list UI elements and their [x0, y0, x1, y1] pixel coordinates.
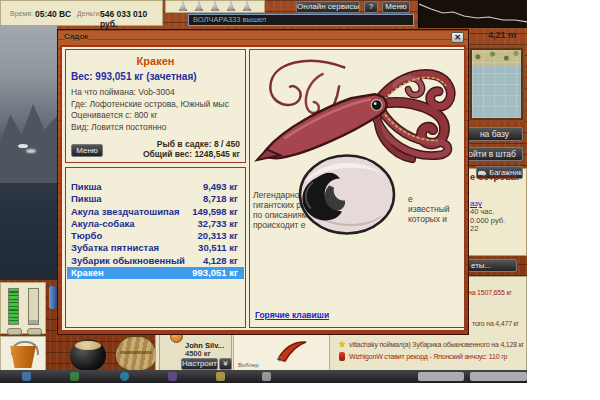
bucket-icon[interactable]	[9, 346, 37, 368]
bell-icon[interactable]	[194, 1, 204, 12]
fish-weight: 30,511 кг	[198, 242, 238, 254]
main-menu-button[interactable]: Меню	[382, 1, 410, 13]
fish-weight: 9,493 кг	[203, 181, 238, 193]
fish-weight: 20,313 кг	[198, 230, 238, 242]
fish-row[interactable]: Акула звездчатошипая 149,598 кг	[67, 206, 244, 218]
taskbar-icon	[22, 372, 31, 381]
lure-label: Воблер	[238, 362, 259, 368]
money-label: Деньги:	[77, 10, 102, 17]
money-value: 546 033 010 руб.	[100, 9, 162, 29]
depth-graph	[418, 0, 527, 28]
fish-name: Тюрбо	[71, 230, 102, 242]
info-fragment: 22	[470, 225, 505, 234]
fish-name: Зубарик обыкновенный	[71, 255, 185, 267]
snow-patch	[18, 144, 28, 148]
depth-value: 4,21 m	[488, 30, 516, 40]
fish-info-panel: Кракен Вес: 993,051 кг (зачетная) На что…	[65, 49, 246, 163]
fish-name: Зубатка пятнистая	[71, 242, 159, 254]
lure-image	[274, 338, 316, 362]
taskbar-icon	[120, 372, 129, 381]
detail-line: Где: Лофотенские острова, Южный мыс	[71, 99, 229, 111]
player-weight: 4500 кг	[185, 349, 211, 358]
keepnet-summary: Рыб в садке: 8 / 450 Общий вес: 1248,545…	[143, 140, 240, 159]
fish-row[interactable]: Зубарик обыкновенный 4,128 кг	[67, 255, 244, 267]
fish-name: Пикша	[71, 181, 102, 193]
detail-line: На что поймана: Vob-3004	[71, 87, 229, 99]
bell-icon[interactable]	[210, 1, 220, 12]
mountains	[0, 97, 57, 183]
taskbar-button	[470, 372, 527, 381]
fish-weight-line: Вес: 993,051 кг (зачетная)	[71, 71, 197, 82]
fish-weight: 8,718 кг	[203, 193, 238, 205]
bell-icon[interactable]	[226, 1, 236, 12]
return-to-base-button[interactable]: на базу	[466, 127, 523, 141]
bell-icon[interactable]	[178, 1, 188, 12]
sleeping-bag-item[interactable]	[115, 336, 157, 371]
food-pot-item[interactable]	[70, 339, 106, 371]
fish-row-selected[interactable]: Кракен 993,051 кг	[67, 267, 244, 279]
bucket-panel	[0, 336, 46, 372]
fish-list-panel: Пикша 9,493 кг Пикша 8,718 кг Акула звез…	[65, 167, 246, 328]
fish-title: Кракен	[66, 55, 245, 67]
mini-map[interactable]	[470, 48, 523, 120]
fish-row[interactable]: Пикша 8,718 кг	[67, 193, 244, 205]
fish-name: Пикша	[71, 193, 102, 205]
fish-row[interactable]: Тюрбо 20,313 кг	[67, 230, 244, 242]
stamina-bars-panel	[0, 282, 46, 334]
player-panel: John Silv... 4500 кг Настроить ¥	[159, 334, 232, 371]
bell-toggle-button[interactable]: ¥	[219, 358, 232, 370]
taskbar-icon	[216, 372, 225, 381]
thermos-item[interactable]	[49, 286, 57, 309]
time-money-panel: Время: 05:40 ВС Деньги: 546 033 010 руб.	[0, 0, 163, 26]
configure-button[interactable]: Настроить	[181, 358, 218, 370]
taskbar-button	[418, 372, 464, 381]
lure-panel: Воблер	[233, 334, 330, 371]
beak-image	[289, 152, 399, 238]
bell-icon[interactable]	[242, 1, 252, 12]
fish-name: Акула-собака	[71, 218, 135, 230]
fish-row[interactable]: Зубатка пятнистая 30,511 кг	[67, 242, 244, 254]
close-icon[interactable]: ✕	[451, 32, 464, 43]
dialog-content: Кракен Вес: 993,051 кг (зачетная) На что…	[60, 45, 466, 332]
chat-message: WizhigonW ставит рекорд - Японский анчоу…	[349, 353, 507, 360]
detail-line: Вид: Ловится постоянно	[71, 122, 229, 134]
bar-counter	[7, 328, 22, 335]
hunger-bar	[28, 288, 39, 325]
game-window: Время: 05:40 ВС Деньги: 546 033 010 руб.…	[0, 0, 527, 383]
taskbar-icon	[168, 372, 177, 381]
location-name-fragment: е острова.	[470, 171, 519, 182]
desc-line: е	[408, 194, 450, 204]
taskbar-icon	[262, 372, 271, 381]
help-button[interactable]: ?	[364, 1, 378, 13]
fish-weight: 4,128 кг	[203, 255, 238, 267]
location-info-fragments: 40 час. 0.000 руб. 22	[470, 208, 505, 234]
fish-view-panel: Легендарное гигантских ра по описаниям п…	[249, 49, 465, 328]
fish-name: Акула звездчатошипая	[71, 206, 180, 218]
keepnet-menu-button[interactable]: Меню	[71, 144, 103, 157]
description-fragments-right: е известный которых и	[408, 194, 450, 224]
fish-weight: 993,051 кг	[192, 267, 238, 279]
depth-line	[419, 0, 527, 28]
fish-row[interactable]: Пикша 9,493 кг	[67, 181, 244, 193]
bar-counter	[27, 328, 42, 335]
online-services-button[interactable]: Онлайн сервисы	[296, 1, 360, 13]
fish-name: Кракен	[71, 267, 104, 279]
chat-status-line: ВОЛЧАРА333 вышел	[188, 14, 414, 26]
desc-line: которых и	[408, 214, 450, 224]
energy-bar	[8, 288, 19, 325]
taskbar-icon	[70, 372, 79, 381]
detail-line: Оценивается с: 800 кг	[71, 110, 229, 122]
time-value: 05:40 ВС	[35, 9, 71, 19]
screenshot-stage: Время: 05:40 ВС Деньги: 546 033 010 руб.…	[0, 0, 600, 400]
time-label: Время:	[10, 10, 33, 17]
bells-panel	[165, 0, 265, 13]
fish-weight: 149,598 кг	[192, 206, 238, 218]
fish-row[interactable]: Акула-собака 32,733 кг	[67, 218, 244, 230]
chat-message: vitiachaky поймал(а) Зубарика обыкновенн…	[349, 341, 524, 348]
tickets-button[interactable]: еты...	[466, 259, 517, 272]
keepnet-dialog: Садок ✕ Кракен Вес: 993,051 кг (зачетная…	[57, 29, 469, 335]
chat-fragment: того на 4,477 кг	[472, 320, 519, 327]
location-photo	[0, 26, 57, 280]
chat-fragment: на 1507,655 кг	[468, 289, 512, 296]
hotkeys-link[interactable]: Горячие клавиши	[255, 310, 329, 320]
